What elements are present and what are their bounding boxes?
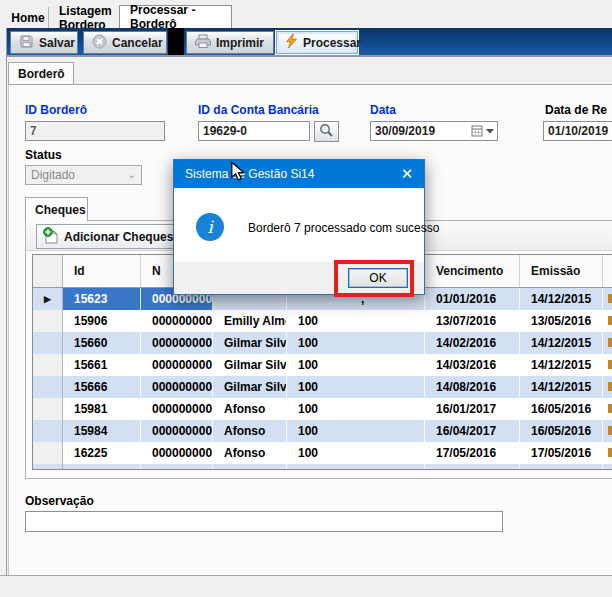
- grid-cell-numero[interactable]: 0000000000...: [141, 398, 213, 420]
- id-bordero-field[interactable]: [25, 121, 165, 141]
- row-selector-cell[interactable]: [33, 398, 63, 420]
- calendar-icon[interactable]: [471, 125, 494, 137]
- close-icon[interactable]: ✕: [390, 160, 424, 188]
- grid-cell-id[interactable]: 15623: [63, 288, 141, 310]
- grid-cell-id[interactable]: 16225: [63, 442, 141, 464]
- grid-cell-emissao[interactable]: 14/12/2015: [520, 332, 603, 354]
- grid-cell-emissao[interactable]: 17/05/2016: [520, 442, 603, 464]
- grid-cell-nome[interactable]: Gilmar Silva ...: [213, 376, 287, 398]
- status-combobox[interactable]: Digitado ⌄: [25, 165, 142, 185]
- grid-cell-extra[interactable]: [603, 398, 612, 420]
- grid-cell-emissao[interactable]: 17/05/2016: [520, 464, 603, 470]
- grid-cell-emissao[interactable]: 14/12/2015: [520, 354, 603, 376]
- grid-cell-valor[interactable]: 100: [287, 310, 425, 332]
- adicionar-cheques-button[interactable]: Adicionar Cheques: [36, 224, 196, 249]
- grid-cell-extra[interactable]: [603, 310, 612, 332]
- mdi-tab-home[interactable]: Home: [8, 7, 49, 28]
- grid-cell-extra[interactable]: [603, 464, 612, 470]
- id-conta-field[interactable]: [198, 121, 310, 141]
- grid-column-header-venc[interactable]: Vencimento: [425, 255, 520, 287]
- grid-cell-id[interactable]: 15661: [63, 354, 141, 376]
- current-row-indicator[interactable]: ▶: [33, 288, 63, 310]
- grid-cell-numero[interactable]: 0000000000...: [141, 464, 213, 470]
- row-selector-cell[interactable]: [33, 420, 63, 442]
- grid-cell-venc[interactable]: 16/04/2017: [425, 420, 520, 442]
- grid-cell-valor[interactable]: 100: [287, 442, 425, 464]
- table-row[interactable]: 159060000000000...Emilly Almeid...10013/…: [33, 310, 612, 332]
- grid-cell-numero[interactable]: 0000000000...: [141, 310, 213, 332]
- grid-cell-venc[interactable]: 14/08/2016: [425, 376, 520, 398]
- row-selector-cell[interactable]: [33, 354, 63, 376]
- grid-cell-id[interactable]: 15666: [63, 376, 141, 398]
- grid-column-header-emissao[interactable]: Emissão: [520, 255, 603, 287]
- grid-cell-valor[interactable]: 100: [287, 464, 425, 470]
- table-row[interactable]: 162370000000000...Afonso10017/07/201617/…: [33, 464, 612, 470]
- grid-cell-extra[interactable]: [603, 442, 612, 464]
- grid-cell-valor[interactable]: 100: [287, 376, 425, 398]
- grid-cell-numero[interactable]: 0000000000...: [141, 442, 213, 464]
- row-selector-cell[interactable]: [33, 442, 63, 464]
- salvar-button[interactable]: Salvar: [10, 31, 78, 54]
- table-row[interactable]: 156660000000000...Gilmar Silva ...10014/…: [33, 376, 612, 398]
- table-row[interactable]: 156610000000000...Gilmar Silva ...10014/…: [33, 354, 612, 376]
- cancelar-button[interactable]: Cancelar: [83, 31, 167, 54]
- grid-cell-numero[interactable]: 0000000000...: [141, 420, 213, 442]
- grid-cell-id[interactable]: 16237: [63, 464, 141, 470]
- grid-cell-nome[interactable]: Afonso: [213, 398, 287, 420]
- grid-cell-extra[interactable]: [603, 420, 612, 442]
- table-row[interactable]: 159840000000000...Afonso10016/04/201716/…: [33, 420, 612, 442]
- table-row[interactable]: 159810000000000...Afonso10016/01/201716/…: [33, 398, 612, 420]
- grid-cell-nome[interactable]: Afonso: [213, 442, 287, 464]
- data-receb-field[interactable]: [543, 121, 612, 141]
- mdi-tab-processar-border-[interactable]: Processar - Borderô: [119, 5, 232, 28]
- grid-cell-extra[interactable]: [603, 354, 612, 376]
- grid-cell-numero[interactable]: 0000000000...: [141, 376, 213, 398]
- grid-cell-venc[interactable]: 16/01/2017: [425, 398, 520, 420]
- grid-column-header-id[interactable]: Id: [63, 255, 141, 287]
- grid-cell-venc[interactable]: 14/03/2016: [425, 354, 520, 376]
- grid-column-header-indicator[interactable]: [33, 255, 63, 287]
- table-row[interactable]: 156600000000000...Gilmar Silva ...10014/…: [33, 332, 612, 354]
- row-selector-cell[interactable]: [33, 310, 63, 332]
- grid-cell-nome[interactable]: Afonso: [213, 464, 287, 470]
- grid-cell-valor[interactable]: 100: [287, 420, 425, 442]
- grid-cell-valor[interactable]: 100: [287, 354, 425, 376]
- imprimir-button[interactable]: Imprimir: [186, 31, 274, 54]
- tab-cheques[interactable]: Cheques: [25, 197, 88, 221]
- grid-cell-nome[interactable]: Emilly Almeid...: [213, 310, 287, 332]
- grid-cell-emissao[interactable]: 14/12/2015: [520, 376, 603, 398]
- grid-cell-numero[interactable]: 0000000000...: [141, 354, 213, 376]
- grid-cell-venc[interactable]: 17/07/2016: [425, 464, 520, 470]
- grid-cell-id[interactable]: 15981: [63, 398, 141, 420]
- grid-cell-id[interactable]: 15906: [63, 310, 141, 332]
- grid-cell-id[interactable]: 15660: [63, 332, 141, 354]
- tab-bordero[interactable]: Borderô: [8, 62, 74, 84]
- table-row[interactable]: 162250000000000...Afonso10017/05/201617/…: [33, 442, 612, 464]
- grid-cell-valor[interactable]: 100: [287, 332, 425, 354]
- grid-cell-extra[interactable]: [603, 288, 612, 310]
- grid-cell-emissao[interactable]: 13/05/2016: [520, 310, 603, 332]
- dialog-titlebar[interactable]: Sistema de Gestão Si14 ✕: [174, 160, 424, 188]
- grid-cell-venc[interactable]: 01/01/2016: [425, 288, 520, 310]
- grid-cell-numero[interactable]: 0000000000...: [141, 332, 213, 354]
- grid-cell-extra[interactable]: [603, 376, 612, 398]
- grid-cell-emissao[interactable]: 16/05/2016: [520, 420, 603, 442]
- grid-cell-extra[interactable]: [603, 332, 612, 354]
- row-selector-cell[interactable]: [33, 376, 63, 398]
- grid-cell-valor[interactable]: 100: [287, 398, 425, 420]
- grid-column-header-extra[interactable]: [603, 255, 612, 287]
- grid-cell-venc[interactable]: 13/07/2016: [425, 310, 520, 332]
- observacao-field[interactable]: [25, 511, 503, 532]
- grid-cell-nome[interactable]: Afonso: [213, 420, 287, 442]
- grid-cell-nome[interactable]: Gilmar Silva ...: [213, 354, 287, 376]
- grid-cell-venc[interactable]: 14/02/2016: [425, 332, 520, 354]
- grid-cell-id[interactable]: 15984: [63, 420, 141, 442]
- grid-cell-nome[interactable]: Gilmar Silva ...: [213, 332, 287, 354]
- row-selector-cell[interactable]: [33, 332, 63, 354]
- processar-button[interactable]: Processar: [276, 31, 358, 54]
- row-selector-cell[interactable]: [33, 464, 63, 470]
- conta-search-button[interactable]: [314, 121, 339, 142]
- grid-cell-emissao[interactable]: 14/12/2015: [520, 288, 603, 310]
- data-picker[interactable]: 30/09/2019: [370, 121, 498, 141]
- grid-cell-emissao[interactable]: 16/05/2016: [520, 398, 603, 420]
